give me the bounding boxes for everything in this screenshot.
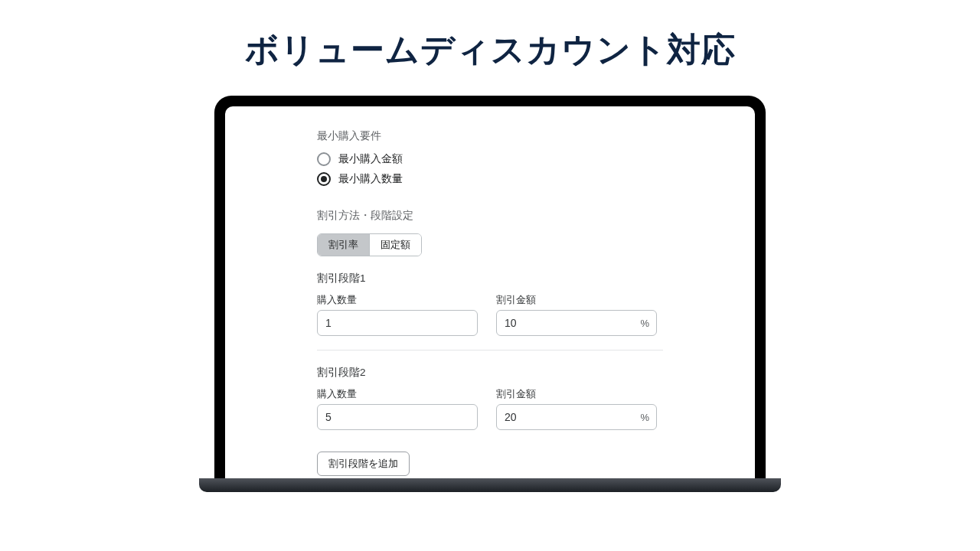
laptop-base <box>199 478 781 492</box>
laptop-frame: 最小購入要件 最小購入金額 最小購入数量 割引方法・段階設定 割引率 固定額 割… <box>214 96 766 478</box>
discount-method-heading: 割引方法・段階設定 <box>317 209 663 223</box>
min-requirement-heading: 最小購入要件 <box>317 129 663 143</box>
radio-icon[interactable] <box>317 152 331 166</box>
amount-label: 割引金額 <box>496 387 657 401</box>
quantity-label: 購入数量 <box>317 387 478 401</box>
amount-label: 割引金額 <box>496 293 657 307</box>
quantity-label: 購入数量 <box>317 293 478 307</box>
segment-percent[interactable]: 割引率 <box>318 234 369 256</box>
discount-tier: 割引段階1 購入数量 割引金額 % <box>317 272 663 350</box>
tier-title: 割引段階1 <box>317 272 663 285</box>
app-screen: 最小購入要件 最小購入金額 最小購入数量 割引方法・段階設定 割引率 固定額 割… <box>225 106 755 478</box>
quantity-input[interactable] <box>317 310 478 336</box>
discount-method-segmented: 割引率 固定額 <box>317 233 422 256</box>
min-quantity-radio-row[interactable]: 最小購入数量 <box>317 172 663 186</box>
discount-tier: 割引段階2 購入数量 割引金額 % <box>317 366 663 430</box>
segment-fixed[interactable]: 固定額 <box>369 234 421 256</box>
quantity-input[interactable] <box>317 404 478 430</box>
min-amount-radio-row[interactable]: 最小購入金額 <box>317 152 663 166</box>
amount-input[interactable] <box>496 404 657 430</box>
radio-icon[interactable] <box>317 172 331 186</box>
min-quantity-label: 最小購入数量 <box>338 172 403 186</box>
tier-divider <box>317 350 663 350</box>
tier-title: 割引段階2 <box>317 366 663 380</box>
add-tier-button[interactable]: 割引段階を追加 <box>317 452 410 476</box>
min-amount-label: 最小購入金額 <box>338 152 403 166</box>
page-title: ボリュームディスカウント対応 <box>0 0 980 73</box>
amount-input[interactable] <box>496 310 657 336</box>
